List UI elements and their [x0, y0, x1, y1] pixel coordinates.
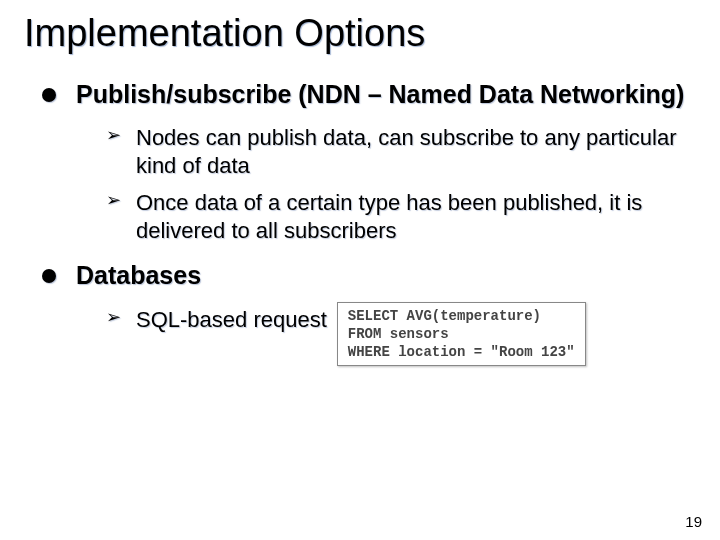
- page-number: 19: [685, 513, 702, 530]
- bullet-databases: Databases SQL-based request SELECT AVG(t…: [42, 260, 696, 366]
- sub-bullet-list: Nodes can publish data, can subscribe to…: [76, 124, 696, 244]
- bullet-text: Publish/subscribe (NDN – Named Data Netw…: [76, 80, 684, 108]
- bullet-list: Publish/subscribe (NDN – Named Data Netw…: [24, 79, 696, 366]
- sub-bullet-list: SQL-based request SELECT AVG(temperature…: [76, 306, 696, 367]
- sql-line: WHERE location = "Room 123": [348, 344, 575, 360]
- page-title: Implementation Options: [24, 12, 696, 55]
- slide: Implementation Options Publish/subscribe…: [0, 0, 720, 540]
- sub-bullet-item: SQL-based request SELECT AVG(temperature…: [106, 306, 696, 367]
- sub-bullet-item: Nodes can publish data, can subscribe to…: [106, 124, 696, 179]
- sql-code-box: SELECT AVG(temperature) FROM sensors WHE…: [337, 302, 586, 367]
- sql-line: SELECT AVG(temperature): [348, 308, 541, 324]
- sub-bullet-label: SQL-based request: [136, 306, 327, 334]
- bullet-publish-subscribe: Publish/subscribe (NDN – Named Data Netw…: [42, 79, 696, 244]
- bullet-text: Databases: [76, 261, 201, 289]
- sql-row: SQL-based request SELECT AVG(temperature…: [136, 306, 696, 367]
- sql-line: FROM sensors: [348, 326, 449, 342]
- sub-bullet-item: Once data of a certain type has been pub…: [106, 189, 696, 244]
